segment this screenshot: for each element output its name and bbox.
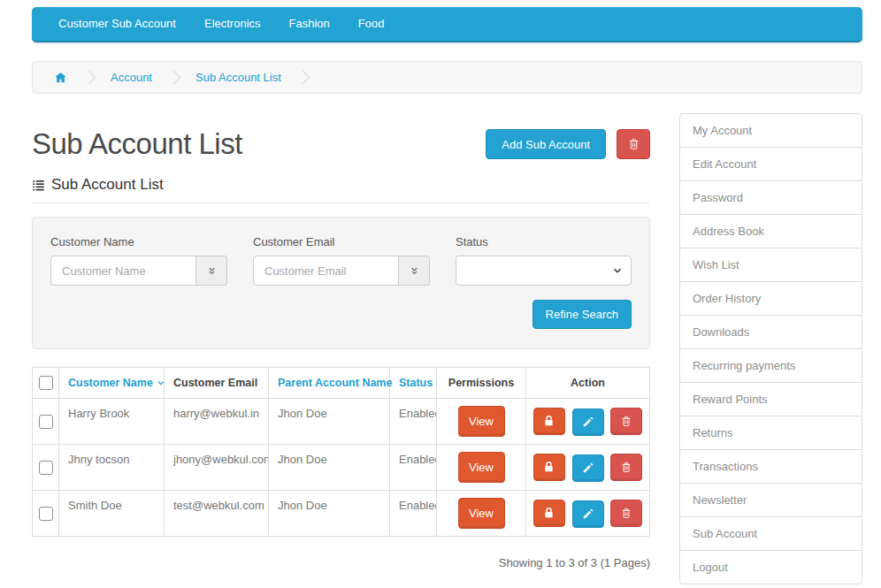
permissions-lock-button[interactable] xyxy=(533,500,565,527)
edit-button[interactable] xyxy=(572,409,604,436)
sidebar-item-recurring-payments[interactable]: Recurring payments xyxy=(679,348,862,383)
sidebar-item-my-account[interactable]: My Account xyxy=(679,113,862,148)
table-row: Jhny tocson jhony@webkul.com Jhon Doe En… xyxy=(33,445,650,491)
row-checkbox[interactable] xyxy=(39,507,53,521)
sidebar-item-reward-points[interactable]: Reward Points xyxy=(679,382,862,416)
sidebar-item-edit-account[interactable]: Edit Account xyxy=(679,147,862,181)
refine-search-button[interactable]: Refine Search xyxy=(532,300,632,329)
page-title: Sub Account List xyxy=(32,127,242,161)
pagination-status: Showing 1 to 3 of 3 (1 Pages) xyxy=(32,556,650,569)
cell-customer-name: Jhny tocson xyxy=(59,445,165,491)
sidebar-item-sub-account[interactable]: Sub Account xyxy=(679,516,862,551)
customer-name-input[interactable] xyxy=(50,256,196,286)
breadcrumb: Account Sub Account List xyxy=(32,61,862,94)
lock-icon xyxy=(542,460,555,474)
home-icon xyxy=(54,71,67,84)
view-permissions-button[interactable]: View xyxy=(458,452,505,483)
sidebar-item-wish-list[interactable]: Wish List xyxy=(679,248,862,282)
nav-item-electronics[interactable]: Electronics xyxy=(190,7,275,41)
permissions-lock-button[interactable] xyxy=(533,454,565,481)
breadcrumb-chevron-icon xyxy=(167,71,181,85)
lock-icon xyxy=(542,506,555,520)
breadcrumb-home-link[interactable] xyxy=(42,71,80,84)
breadcrumb-chevron-icon xyxy=(82,71,96,85)
sidebar-item-password[interactable]: Password xyxy=(679,180,862,215)
cell-customer-email: jhony@webkul.com xyxy=(165,445,269,491)
column-header-permissions: Permissions xyxy=(437,368,526,399)
delete-selected-button[interactable] xyxy=(617,129,650,159)
status-select[interactable] xyxy=(456,256,632,286)
column-header-action: Action xyxy=(526,368,650,399)
main-nav: Customer Sub Account Electronics Fashion… xyxy=(32,7,862,42)
cell-customer-name: Smith Doe xyxy=(59,491,165,537)
sidebar-item-transactions[interactable]: Transactions xyxy=(679,449,862,484)
table-header-row: Customer Name Customer Email Parent Acco… xyxy=(33,368,650,399)
cell-customer-name: Harry Brook xyxy=(59,399,165,445)
row-checkbox[interactable] xyxy=(39,461,53,475)
table-row: Smith Doe test@webkul.com Jhon Doe Enabl… xyxy=(33,491,650,537)
cell-parent-account: Jhon Doe xyxy=(269,399,390,445)
angle-double-down-icon xyxy=(206,265,218,277)
panel-heading-label: Sub Account List xyxy=(51,176,164,194)
column-header-customer-name: Customer Name xyxy=(68,377,153,389)
customer-email-label: Customer Email xyxy=(253,235,430,248)
customer-name-label: Customer Name xyxy=(50,235,227,248)
edit-button[interactable] xyxy=(572,500,604,528)
customer-email-dropdown-button[interactable] xyxy=(399,256,430,286)
sort-customer-name-link[interactable]: Customer Name xyxy=(68,377,165,389)
pencil-icon xyxy=(582,508,594,520)
delete-button[interactable] xyxy=(610,408,642,435)
sort-parent-account-link[interactable]: Parent Account Name xyxy=(278,377,392,389)
breadcrumb-sub-account-list-link[interactable]: Sub Account List xyxy=(183,71,294,84)
trash-icon xyxy=(627,137,640,151)
sidebar-item-downloads[interactable]: Downloads xyxy=(679,315,862,349)
nav-item-fashion[interactable]: Fashion xyxy=(275,7,344,41)
cell-parent-account: Jhon Doe xyxy=(269,445,390,491)
view-permissions-button[interactable]: View xyxy=(458,498,505,529)
trash-icon xyxy=(620,507,632,520)
pencil-icon xyxy=(582,462,594,474)
delete-button[interactable] xyxy=(610,500,642,527)
breadcrumb-account-link[interactable]: Account xyxy=(98,71,165,84)
table-row: Harry Brook harry@webkul.in Jhon Doe Ena… xyxy=(33,399,650,445)
trash-icon xyxy=(620,415,632,428)
sidebar-item-logout[interactable]: Logout xyxy=(679,550,862,584)
customer-name-dropdown-button[interactable] xyxy=(196,256,227,286)
nav-item-customer-sub-account[interactable]: Customer Sub Account xyxy=(44,7,190,41)
trash-icon xyxy=(620,461,632,474)
page-container: Customer Sub Account Electronics Fashion… xyxy=(32,7,862,584)
customer-email-input[interactable] xyxy=(253,256,399,286)
cell-customer-email: test@webkul.com xyxy=(165,491,269,537)
breadcrumb-chevron-icon xyxy=(296,71,310,85)
list-icon xyxy=(32,179,45,192)
permissions-lock-button[interactable] xyxy=(533,408,565,435)
cell-status: Enabled xyxy=(390,445,437,491)
lock-icon xyxy=(542,414,555,428)
sidebar-item-returns[interactable]: Returns xyxy=(679,416,862,450)
sidebar-item-order-history[interactable]: Order History xyxy=(679,281,862,316)
sort-status-link[interactable]: Status xyxy=(399,377,433,389)
filter-panel: Customer Name Customer Email xyxy=(32,217,650,349)
caret-down-icon xyxy=(157,378,165,387)
column-header-customer-email: Customer Email xyxy=(165,368,269,399)
pencil-icon xyxy=(582,416,594,428)
sidebar-item-address-book[interactable]: Address Book xyxy=(679,214,862,248)
edit-button[interactable] xyxy=(572,454,604,482)
sidebar-item-newsletter[interactable]: Newsletter xyxy=(679,483,862,517)
view-permissions-button[interactable]: View xyxy=(458,406,505,437)
sub-account-table: Customer Name Customer Email Parent Acco… xyxy=(32,367,650,537)
main-column: Sub Account List Add Sub Account xyxy=(32,113,650,584)
delete-button[interactable] xyxy=(610,454,642,481)
cell-status: Enabled xyxy=(390,491,437,537)
row-checkbox[interactable] xyxy=(39,415,53,429)
account-sidebar: My Account Edit Account Password Address… xyxy=(679,113,862,584)
select-all-checkbox[interactable] xyxy=(39,376,53,390)
angle-double-down-icon xyxy=(409,265,420,277)
add-sub-account-button[interactable]: Add Sub Account xyxy=(486,129,606,159)
cell-customer-email: harry@webkul.in xyxy=(165,399,269,445)
cell-parent-account: Jhon Doe xyxy=(269,491,390,537)
cell-status: Enabled xyxy=(390,399,437,445)
status-label: Status xyxy=(456,235,632,248)
nav-item-food[interactable]: Food xyxy=(344,7,399,41)
